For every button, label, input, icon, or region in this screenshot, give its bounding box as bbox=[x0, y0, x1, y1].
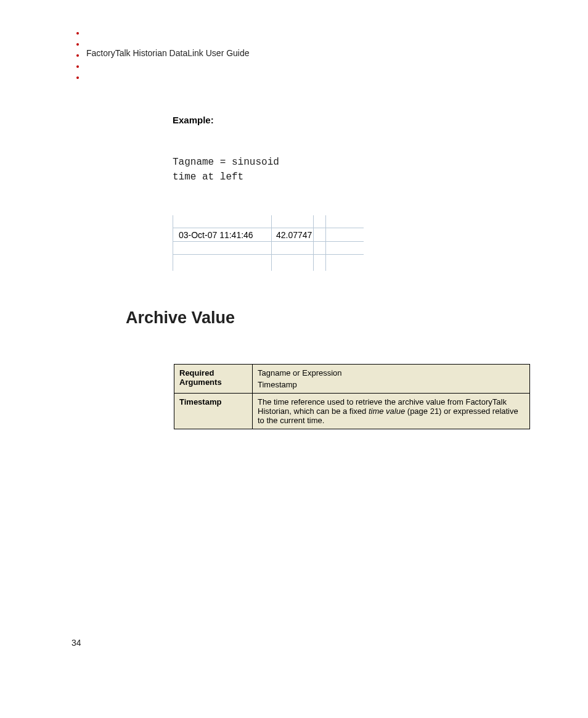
arg-value-line1: Tagname or Expression bbox=[258, 368, 525, 378]
page-number: 34 bbox=[71, 638, 81, 648]
content-block: Example: Tagname = sinusoid time at left… bbox=[173, 115, 529, 271]
example-heading: Example: bbox=[173, 115, 529, 125]
document-page: FactoryTalk Historian DataLink User Guid… bbox=[0, 0, 588, 718]
table-row: Required Arguments Tagname or Expression… bbox=[174, 365, 530, 394]
arg-value-line2: Timestamp bbox=[258, 380, 525, 389]
page-header: FactoryTalk Historian DataLink User Guid… bbox=[86, 48, 250, 58]
arg-label-timestamp: Timestamp bbox=[174, 394, 253, 429]
code-line-1: Tagname = sinusoid bbox=[173, 157, 279, 168]
code-sample: Tagname = sinusoid time at left bbox=[173, 155, 529, 184]
arg-value-timestamp: The time reference used to retrieve the … bbox=[253, 394, 530, 429]
table-row: Timestamp The time reference used to ret… bbox=[174, 394, 530, 429]
code-line-2: time at left bbox=[173, 171, 243, 183]
cell-value: 42.07747 bbox=[276, 230, 312, 240]
arg-value-required: Tagname or Expression Timestamp bbox=[253, 365, 530, 394]
desc-em: time value bbox=[369, 406, 405, 416]
cell-timestamp: 03-Oct-07 11:41:46 bbox=[179, 230, 253, 240]
section-heading: Archive Value bbox=[126, 308, 235, 328]
arg-label-required: Required Arguments bbox=[174, 365, 253, 394]
spreadsheet-example: 03-Oct-07 11:41:46 42.07747 bbox=[173, 212, 364, 271]
arguments-table: Required Arguments Tagname or Expression… bbox=[174, 364, 530, 429]
decorative-dots bbox=[76, 32, 79, 88]
